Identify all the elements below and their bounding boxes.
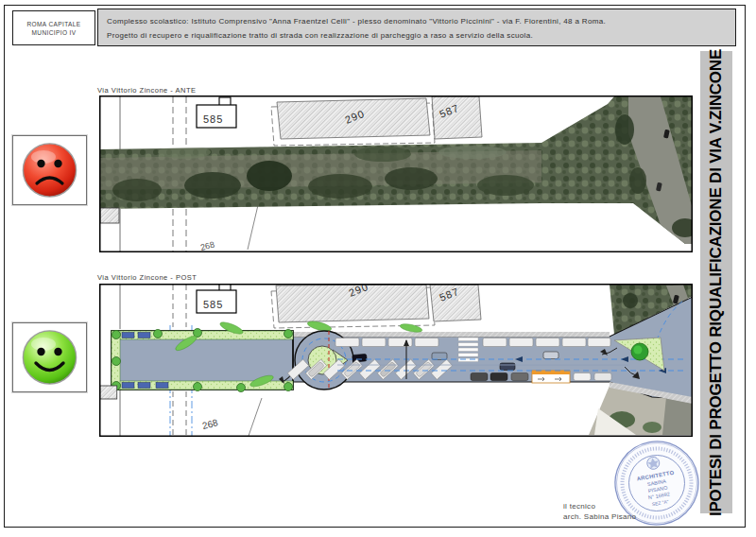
post-hatched-parcel (100, 386, 117, 399)
signature-block: il tecnico arch. Sabina Pisano (563, 501, 636, 522)
ante-panel-label: Via Vittorio Zincone - ANTE (97, 86, 197, 95)
ante-hatched-parcel (100, 208, 119, 223)
post-panel-label: Via Vittorio Zincone - POST (97, 273, 197, 282)
ante-rating-box (12, 135, 87, 205)
ante-map: 585 290 587 (99, 95, 693, 252)
post-map: 585 290 587 (99, 284, 693, 437)
project-description-block: Complesso scolastico: Istituto Comprensi… (97, 9, 736, 46)
project-description-line1: Complesso scolastico: Istituto Comprensi… (107, 14, 727, 28)
building-number-585: 585 (203, 113, 223, 125)
building-number-585: 585 (203, 299, 223, 310)
municipality-line2: MUNICIPIO IV (31, 28, 76, 37)
post-rating-box (12, 322, 87, 392)
project-description-line2: Progetto di recupero e riqualificazione … (107, 28, 727, 43)
sheet-title: IPOTESI DI PROGETTO RIQUALIFICAZIONE DI … (707, 48, 726, 515)
signature-name: arch. Sabina Pisano (563, 511, 636, 522)
municipality-line1: ROMA CAPITALE (26, 20, 80, 28)
drawing-sheet: ROMA CAPITALE MUNICIPIO IV Complesso sco… (0, 0, 756, 537)
signature-role: il tecnico (563, 501, 636, 511)
happy-face-icon (13, 323, 86, 391)
side-title-strip: IPOTESI DI PROGETTO RIQUALIFICAZIONE DI … (700, 51, 732, 513)
sad-face-icon (13, 136, 86, 204)
municipality-title-block: ROMA CAPITALE MUNICIPIO IV (12, 10, 95, 45)
